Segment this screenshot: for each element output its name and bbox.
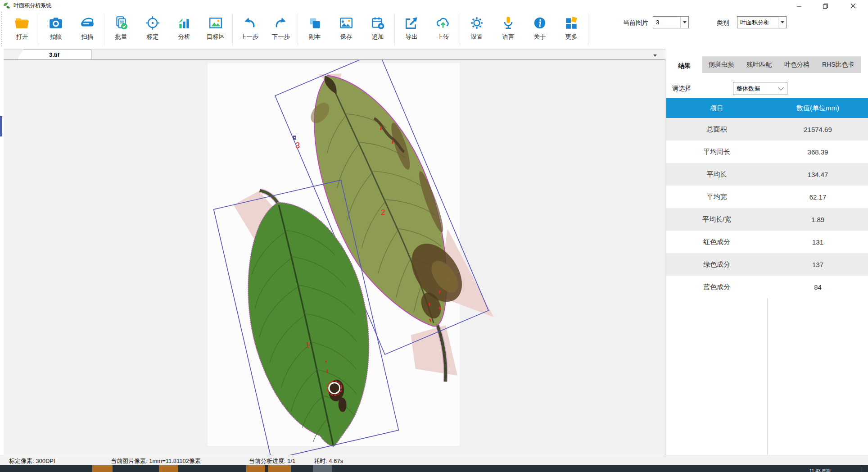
- leaf3-index-label: 3: [295, 141, 300, 150]
- toolbar-separator: [104, 14, 104, 46]
- table-row[interactable]: 平均长/宽 1.89: [666, 208, 868, 231]
- more-grid-icon: [564, 15, 579, 31]
- chevron-down-icon: [778, 85, 784, 91]
- results-table-header: 项目 数值(单位mm): [666, 98, 868, 118]
- undo-arrow-icon: [242, 15, 257, 31]
- redo-arrow-icon: [273, 15, 289, 31]
- tab-list-dropdown-button[interactable]: [650, 52, 660, 59]
- please-select-label: 请选择: [672, 85, 691, 93]
- analyze-button[interactable]: 分析: [170, 13, 199, 41]
- toolbar-separator: [232, 14, 233, 46]
- minimize-button[interactable]: [789, 0, 809, 12]
- windows-taskbar[interactable]: 11:43 星期: [0, 465, 868, 472]
- target-area-button[interactable]: 目标区: [201, 13, 230, 41]
- capture-button[interactable]: 拍照: [41, 13, 70, 41]
- combo-arrow-button[interactable]: [778, 17, 786, 28]
- table-row[interactable]: 总面积 21574.69: [666, 118, 868, 141]
- tab-results[interactable]: 结果: [666, 56, 702, 76]
- tab-leaf-color-grading[interactable]: 叶色分档: [778, 56, 816, 73]
- tab-disease-damage[interactable]: 病斑虫损: [702, 56, 740, 73]
- header-value: 数值(单位mm): [767, 98, 868, 118]
- analysis-progress-status: 当前分析进度: 1/1: [249, 457, 295, 465]
- table-row[interactable]: 平均宽 62.17: [666, 186, 868, 208]
- open-folder-icon: [14, 15, 30, 31]
- bar-chart-icon: [176, 15, 192, 31]
- chevron-down-icon: [683, 21, 687, 23]
- toolbar: 打开 拍照 扫描: [0, 11, 868, 50]
- leaf1-index-label: 1: [306, 341, 310, 349]
- table-row[interactable]: 平均长 134.47: [666, 163, 868, 186]
- scan-button[interactable]: 扫描: [73, 13, 102, 41]
- info-icon: [532, 15, 547, 31]
- table-row[interactable]: 绿色成分 137: [666, 253, 868, 276]
- image-pixel-status: 当前图片像素: 1mm=11.81102像素: [111, 457, 201, 465]
- microphone-icon: [501, 15, 516, 31]
- category-label: 类别: [717, 19, 729, 27]
- append-button[interactable]: 追加: [363, 13, 392, 41]
- settings-button[interactable]: 设置: [462, 13, 491, 41]
- data-scope-row: 请选择 整体数据: [666, 82, 868, 95]
- save-button[interactable]: 保存: [332, 13, 361, 41]
- image-canvas[interactable]: 3 2 1: [4, 60, 665, 455]
- copy-icon: [307, 15, 322, 31]
- results-panel-tabs: 结果 病斑虫损 残叶匹配 叶色分档 RHS比色卡: [666, 56, 868, 76]
- duplicate-button[interactable]: 副本: [300, 13, 329, 41]
- calibrate-button[interactable]: 标定: [138, 13, 167, 41]
- about-button[interactable]: 关于: [525, 13, 554, 41]
- app-window: 叶面积分析系统 打开: [0, 0, 868, 472]
- minimize-icon: [796, 3, 802, 9]
- toolbar-separator: [39, 14, 39, 46]
- close-icon: [850, 3, 856, 9]
- batch-button[interactable]: 批量: [107, 13, 136, 41]
- current-image-label: 当前图片: [623, 19, 648, 27]
- toolbar-dock-handle[interactable]: [1, 12, 2, 48]
- app-leaf-icon: [3, 2, 10, 9]
- document-tab-bar: 3.tif: [4, 50, 665, 60]
- table-row[interactable]: 蓝色成分 84: [666, 276, 868, 298]
- document-tab-3tif[interactable]: 3.tif: [17, 50, 91, 59]
- taskbar-app-fragment: [92, 465, 113, 472]
- elapsed-time-status: 耗时: 4.67s: [314, 457, 343, 465]
- upload-button[interactable]: 上传: [429, 13, 457, 41]
- toolbar-separator: [460, 14, 460, 46]
- header-item: 项目: [666, 98, 767, 118]
- taskbar-app-fragment: [159, 465, 178, 472]
- taskbar-app-fragment: [313, 465, 332, 472]
- tab-rhs-color-card[interactable]: RHS比色卡: [816, 56, 861, 73]
- table-column-divider: [767, 298, 768, 455]
- restore-button[interactable]: [815, 0, 836, 12]
- current-image-select[interactable]: 3: [653, 16, 689, 28]
- taskbar-separator: [862, 466, 862, 472]
- leaf-analysis-view: 3 2 1: [4, 60, 665, 455]
- table-row[interactable]: 平均周长 368.39: [666, 141, 868, 163]
- toolbar-separator: [298, 14, 298, 46]
- window-title: 叶面积分析系统: [14, 2, 51, 9]
- crosshair-icon: [145, 15, 160, 31]
- export-button[interactable]: 导出: [397, 13, 426, 41]
- restore-icon: [823, 3, 828, 9]
- title-bar: 叶面积分析系统: [0, 0, 868, 11]
- leaf2-index-label: 2: [381, 208, 385, 217]
- close-button[interactable]: [843, 0, 863, 12]
- docked-panel-tab[interactable]: [0, 116, 2, 136]
- prev-step-button[interactable]: 上一步: [235, 13, 264, 41]
- calibration-status: 标定像素: 300DPI: [9, 457, 55, 465]
- language-button[interactable]: 语言: [494, 13, 523, 41]
- combo-arrow-button[interactable]: [680, 17, 688, 28]
- status-bar: 标定像素: 300DPI 当前图片像素: 1mm=11.81102像素 当前分析…: [0, 455, 868, 465]
- open-button[interactable]: 打开: [8, 13, 36, 41]
- leaf3-marker: [293, 136, 296, 140]
- gear-icon: [469, 15, 484, 31]
- tab-residual-leaf-match[interactable]: 残叶匹配: [740, 56, 778, 73]
- toolbar-separator: [588, 14, 588, 46]
- results-table: 项目 数值(单位mm) 总面积 21574.69 平均周长 368.39 平均长…: [666, 98, 868, 298]
- category-select[interactable]: 叶面积分析: [737, 16, 787, 28]
- table-row[interactable]: 红色成分 131: [666, 231, 868, 253]
- more-button[interactable]: 更多: [557, 13, 586, 41]
- cloud-upload-icon: [435, 15, 451, 31]
- taskbar-clock: 11:43 星期: [809, 468, 831, 472]
- results-panel: 结果 病斑虫损 残叶匹配 叶色分档 RHS比色卡 请选择 整体数据 项目 数值(…: [666, 50, 868, 455]
- export-arrow-icon: [404, 15, 419, 31]
- next-step-button[interactable]: 下一步: [267, 13, 295, 41]
- data-scope-select[interactable]: 整体数据: [733, 82, 787, 95]
